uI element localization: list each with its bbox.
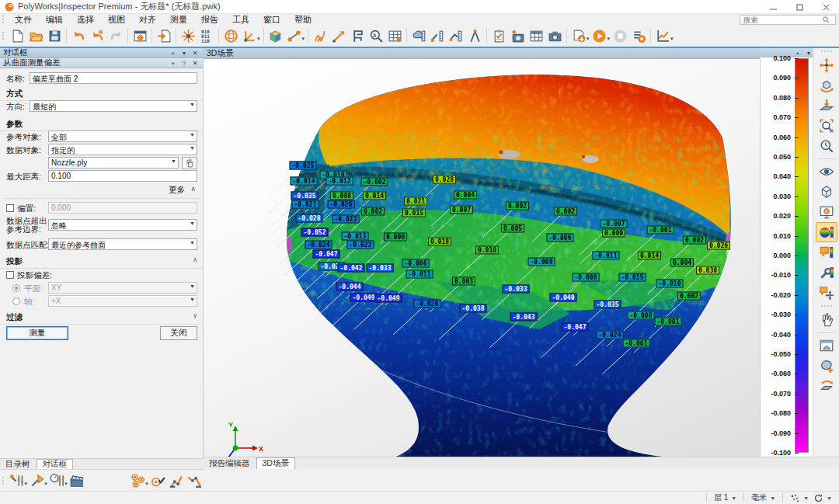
rotate-icon[interactable]	[816, 75, 837, 96]
tab-tree-view[interactable]: 目录树	[0, 459, 37, 469]
deviation-annotation[interactable]: 0.003	[452, 277, 475, 286]
deviation-annotation[interactable]: 0.004	[454, 191, 477, 200]
deviation-annotation[interactable]: 0.018	[428, 238, 451, 246]
table-icon[interactable]	[527, 26, 545, 45]
deviation-annotation[interactable]: -0.009	[528, 258, 555, 266]
deviation-annotation[interactable]: -0.047	[562, 323, 589, 332]
stop-macro-icon[interactable]	[611, 26, 629, 45]
point-density-selector[interactable]: ▼	[788, 493, 811, 503]
play-macro-icon[interactable]	[590, 26, 609, 45]
options-window-icon[interactable]	[131, 26, 149, 45]
search-box[interactable]	[740, 15, 836, 25]
deviation-annotation[interactable]: -0.043	[510, 313, 538, 322]
deviation-annotation[interactable]: 0.005	[501, 224, 524, 233]
deviation-annotation[interactable]: 0.014	[363, 192, 386, 200]
import-document-icon[interactable]	[155, 26, 173, 45]
deviation-annotation[interactable]: 0.008	[330, 192, 353, 200]
deviation-annotation[interactable]: -0.033	[503, 285, 530, 294]
tab-3d-scene[interactable]: 3D场景	[256, 457, 295, 469]
dialog-header[interactable]: 从曲面测量偏差 ▪ ? ✕	[0, 58, 203, 68]
menu-窗口[interactable]: 窗口	[256, 14, 287, 26]
close-icon[interactable]: ✕	[190, 59, 200, 68]
probe-settings-icon[interactable]	[8, 471, 26, 490]
export-report-icon[interactable]	[569, 26, 588, 45]
menu-视图[interactable]: 视图	[101, 14, 132, 26]
deviation-annotation[interactable]: 0.009	[602, 229, 625, 238]
close-dialog-button[interactable]: 关闭	[160, 326, 197, 340]
deviation-annotation[interactable]: -0.024	[597, 331, 624, 339]
dimension-icon[interactable]	[285, 26, 304, 45]
checklist-icon[interactable]	[489, 26, 508, 45]
deviation-annotation[interactable]: 0.002	[361, 207, 385, 216]
menu-对齐[interactable]: 对齐	[132, 14, 163, 26]
deviation-annotation[interactable]: 0.007	[450, 206, 473, 214]
refresh-selector[interactable]: ▼	[811, 493, 834, 503]
deviation-annotation[interactable]: -0.014	[291, 177, 318, 186]
pick-hand-icon[interactable]	[816, 310, 837, 330]
annotations-icon[interactable]	[816, 242, 837, 262]
color-map-icon[interactable]	[816, 222, 837, 242]
compare-curves-icon[interactable]	[311, 26, 329, 45]
deviation-annotation[interactable]: -0.021	[292, 200, 319, 209]
deviation-annotation[interactable]: 0.004	[670, 259, 694, 267]
deviation-annotation[interactable]: -0.042	[338, 264, 365, 273]
pan-icon[interactable]	[816, 55, 837, 75]
measure-button[interactable]: 测量	[6, 326, 68, 340]
pin-icon[interactable]: ▪	[169, 49, 178, 57]
deviation-annotation[interactable]: -0.024	[305, 241, 332, 249]
deviation-annotation[interactable]: -0.013	[342, 232, 369, 241]
deviation-annotation[interactable]: 0.002	[554, 207, 577, 216]
menu-选择[interactable]: 选择	[70, 14, 101, 26]
menu-报告[interactable]: 报告	[194, 14, 225, 26]
layer-selector[interactable]: 层 1▼	[712, 492, 739, 503]
redo-icon[interactable]	[106, 26, 125, 45]
dropdown-arrow-icon[interactable]: ▾	[302, 36, 305, 42]
align-sphere-icon[interactable]	[221, 26, 240, 45]
deviation-annotation[interactable]: -0.049	[375, 294, 402, 303]
close-icon[interactable]: ✕	[190, 49, 200, 57]
tab-dialog-zone[interactable]: 对话框	[37, 459, 74, 469]
deviation-annotation[interactable]: -0.025	[290, 162, 317, 170]
offset-checkbox[interactable]	[6, 204, 14, 212]
deviation-annotation[interactable]: -0.023	[332, 215, 360, 224]
align-view-icon[interactable]	[816, 96, 837, 116]
menu-工具[interactable]: 工具	[225, 14, 256, 26]
max-distance-input[interactable]: 0.100	[48, 170, 197, 182]
deviation-annotation[interactable]: -0.044	[336, 283, 364, 291]
deviation-annotation[interactable]: -0.015	[619, 273, 646, 282]
dropdown-arrow-icon[interactable]: ▾	[64, 481, 68, 487]
deviation-annotation[interactable]: -0.001	[655, 318, 682, 326]
deviation-annotation[interactable]: -0.035	[291, 192, 319, 200]
axis-radio[interactable]	[12, 297, 20, 305]
3d-viewport[interactable]: -0.025-0.010-0.014-0.012-0.0020.028-0.03…	[204, 59, 760, 457]
deviation-annotation[interactable]: -0.038	[460, 304, 487, 313]
object-add-icon[interactable]	[816, 356, 837, 376]
dropdown-arrow-icon[interactable]: ▾	[587, 36, 590, 42]
add-snapshot-icon[interactable]	[508, 26, 527, 45]
outside-boundary-select[interactable]: 忽略▼	[48, 219, 197, 231]
deviation-annotation[interactable]: 0.002	[677, 292, 701, 301]
plane-radio[interactable]	[12, 284, 20, 292]
wireframe-box-icon[interactable]	[816, 182, 837, 202]
deviation-annotation[interactable]: -0.033	[367, 264, 394, 273]
caliper-icon[interactable]	[348, 26, 367, 45]
arm-device-icon[interactable]	[167, 471, 185, 490]
deviation-annotation[interactable]: -0.011	[593, 252, 620, 260]
measure-cloud-icon[interactable]	[409, 26, 428, 45]
expand-chevron-icon[interactable]: ∨	[193, 312, 197, 319]
deviation-annotation[interactable]: -0.012	[326, 177, 353, 186]
undo-icon[interactable]	[69, 26, 88, 45]
deviation-annotation[interactable]: 0.030	[696, 266, 719, 275]
annotation-position-icon[interactable]	[816, 283, 837, 303]
object-flip-icon[interactable]	[816, 376, 837, 396]
pin-icon[interactable]: ▪	[169, 59, 178, 68]
deviation-annotation[interactable]: -0.028	[296, 214, 323, 223]
direction-select[interactable]: 最短的▼	[30, 100, 197, 112]
menu-编辑[interactable]: 编辑	[39, 14, 70, 26]
minimize-button[interactable]	[760, 0, 786, 14]
gauge-settings-icon[interactable]	[48, 471, 66, 490]
deviation-annotation[interactable]: -0.035	[594, 301, 621, 309]
projection-deviation-checkbox[interactable]	[6, 271, 14, 279]
visibility-eye-icon[interactable]	[816, 162, 837, 182]
deviation-annotation[interactable]: 0.010	[475, 246, 499, 255]
